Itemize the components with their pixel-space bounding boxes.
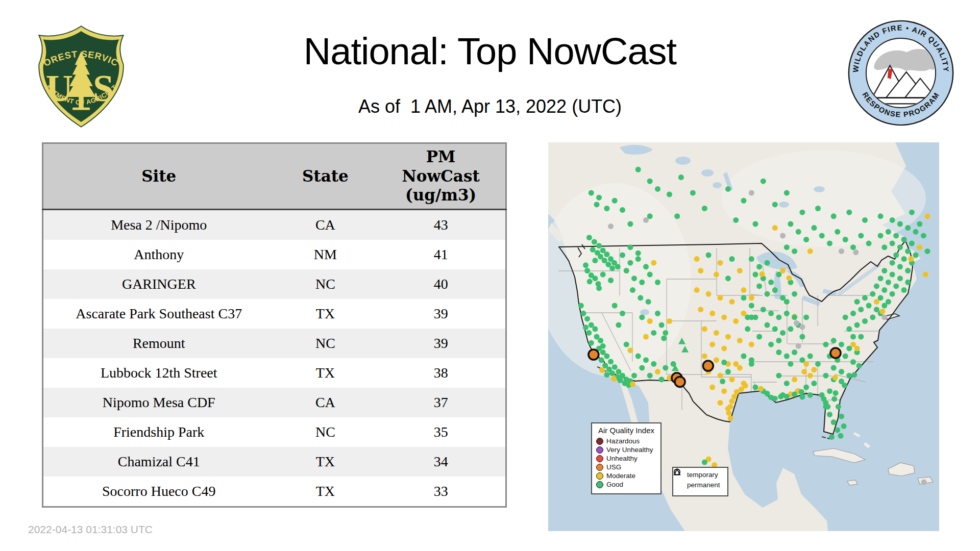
monitor-dot	[702, 460, 707, 465]
monitor-dot	[886, 280, 891, 285]
monitor-dot	[639, 314, 645, 320]
monitor-dot	[819, 233, 825, 238]
monitor-dot	[659, 322, 665, 328]
monitor-dot	[584, 316, 590, 321]
monitor-dot	[749, 342, 754, 347]
aqi-legend-label: Very Unhealthy	[606, 446, 653, 454]
monitor-dot	[890, 291, 895, 297]
monitor-dot	[729, 398, 735, 404]
monitor-dot	[655, 186, 660, 192]
monitor-dot	[765, 260, 770, 266]
table-row: Mesa 2 /NipomoCA43	[43, 210, 506, 240]
monitor-dot	[587, 279, 593, 284]
monitor-dot	[784, 299, 790, 305]
table-row: GARINGERNC40	[43, 269, 506, 299]
monitor-dot	[760, 271, 765, 277]
monitor-dot	[846, 210, 852, 215]
monitor-dot	[803, 385, 809, 390]
monitor-dot	[925, 248, 930, 254]
monitor-dot	[743, 383, 748, 389]
monitor-dot	[827, 412, 832, 417]
table-cell: Nipomo Mesa CDF	[43, 388, 275, 417]
monitor-dot	[655, 369, 660, 374]
monitor-dot	[639, 280, 645, 285]
monitor-dot	[714, 357, 719, 363]
monitor-dot	[890, 260, 895, 266]
monitor-dot	[784, 354, 790, 359]
monitor-dot	[768, 342, 774, 347]
monitor-dot	[638, 295, 643, 300]
monitor-dot	[589, 190, 594, 196]
monitor-dot	[620, 207, 625, 213]
monitor-dot	[851, 372, 857, 378]
monitor-dot	[792, 291, 797, 297]
monitor-dot	[833, 390, 839, 396]
table-cell: 40	[376, 269, 506, 299]
monitor-dot	[799, 324, 805, 330]
monitor-dot	[756, 334, 762, 340]
monitor-dot	[643, 264, 649, 269]
table-cell: 34	[376, 447, 506, 477]
monitor-dot	[815, 206, 821, 211]
table-cell: 37	[376, 388, 506, 417]
table-cell: NC	[275, 417, 377, 447]
table-cell: TX	[275, 299, 377, 329]
usg-top-site-marker	[675, 377, 685, 387]
monitor-dot	[850, 311, 856, 316]
monitor-dot	[694, 287, 700, 293]
monitor-dot	[729, 377, 735, 382]
monitor-dot	[592, 239, 597, 245]
monitor-dot	[853, 249, 859, 255]
monitor-dot	[709, 311, 715, 316]
monitor-dot	[635, 256, 641, 262]
monitor-dot	[720, 379, 725, 384]
table-cell: Lubbock 12th Street	[43, 358, 275, 388]
top-nowcast-table: Site State PM NowCast (ug/m3) Mesa 2 /Ni…	[42, 142, 507, 508]
aqi-legend: Air Quality Index HazardousVery Unhealth…	[591, 422, 662, 494]
unhealthy-swatch-icon	[596, 455, 603, 462]
monitor-dot	[792, 377, 797, 382]
usg-top-site-marker	[830, 348, 841, 358]
monitor-dot	[909, 241, 915, 246]
monitor-dot	[772, 287, 778, 293]
monitor-dot	[796, 229, 801, 235]
monitor-dot	[776, 373, 781, 379]
monitor-dot	[583, 262, 589, 268]
monitor-dot	[831, 419, 837, 425]
monitor-dot	[749, 357, 754, 363]
monitor-dot	[768, 280, 774, 285]
aqi-legend-item: Good	[592, 480, 660, 489]
monitor-dot	[609, 265, 615, 271]
aqi-legend-label: USG	[606, 464, 621, 471]
monitor-dot	[843, 354, 848, 359]
monitor-dot	[635, 167, 641, 172]
monitor-dot	[725, 186, 731, 192]
monitor-dot	[862, 295, 868, 300]
monitor-dot	[718, 373, 723, 379]
monitor-dot	[836, 404, 841, 410]
monitor-dot	[901, 287, 907, 293]
monitor-dot	[594, 202, 600, 207]
very_unhealthy-swatch-icon	[596, 446, 603, 454]
table-cell: TX	[275, 358, 377, 388]
monitor-dot	[647, 179, 653, 184]
monitor-dot	[655, 280, 660, 285]
monitor-dot	[792, 349, 797, 355]
monitor-dot	[578, 303, 584, 309]
monitor-dot	[659, 377, 665, 382]
monitor-dot	[643, 357, 649, 363]
monitor-dot	[651, 330, 656, 336]
monitor-dot	[784, 311, 790, 316]
monitor-dot	[721, 388, 727, 394]
monitor-dot	[772, 225, 778, 231]
monitor-dot	[761, 179, 766, 184]
monitor-dot	[858, 334, 864, 340]
monitor-dot	[733, 217, 739, 223]
table-cell: 39	[376, 329, 506, 358]
monitor-dot	[592, 326, 598, 332]
monitor-dot	[643, 334, 649, 340]
monitor-dot	[874, 299, 879, 305]
monitor-dot	[908, 256, 914, 262]
aqi-legend-label: Hazardous	[606, 438, 640, 445]
monitor-dot	[604, 206, 609, 211]
